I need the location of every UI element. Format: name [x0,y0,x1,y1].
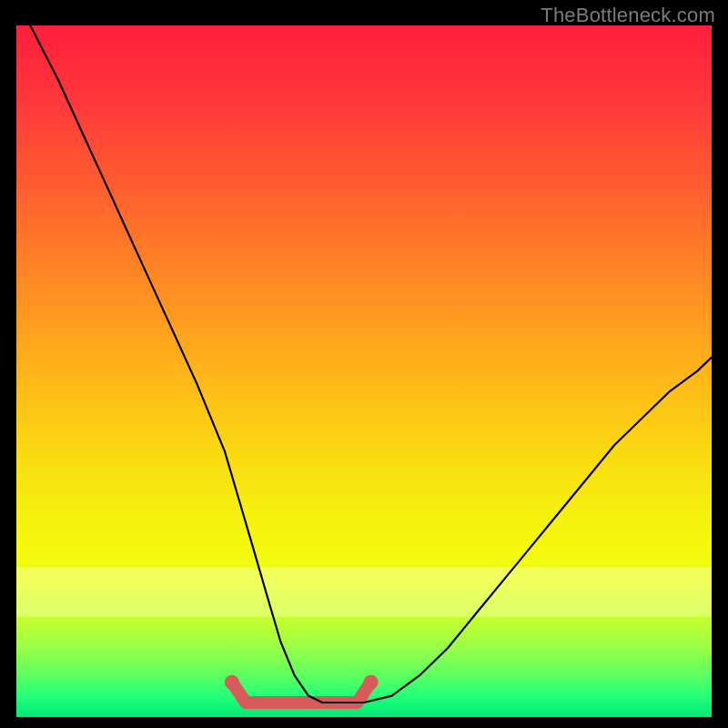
accent-dot-left [225,675,239,690]
chart-frame: TheBottleneck.com [0,0,728,728]
curve-svg [16,25,712,717]
bottleneck-curve [30,25,712,703]
plot-area [16,25,712,717]
accent-dot-right [364,675,379,690]
watermark-text: TheBottleneck.com [541,4,715,27]
